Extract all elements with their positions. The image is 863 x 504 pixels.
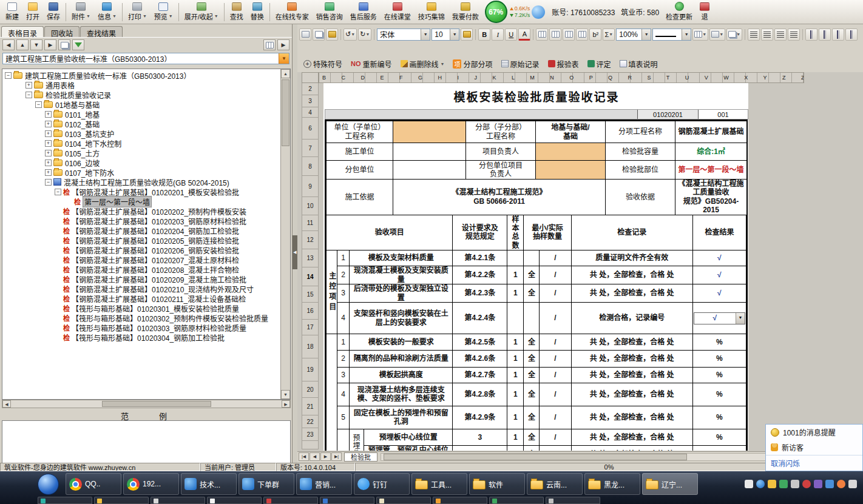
notification-visitor[interactable]: 新访客 [766, 440, 862, 455]
scrollbar-thumb[interactable] [282, 79, 289, 146]
row-headers[interactable]: 2 3 4 6 7 8 9 10 11 12 13 14 15 16 17 18… [302, 83, 319, 449]
row-header[interactable]: 19 [302, 358, 319, 381]
tree-expand-icon[interactable]: + [45, 169, 52, 176]
record-cell[interactable]: 共 处，全部检查，合格 处 [571, 406, 692, 429]
row-header[interactable] [302, 441, 319, 449]
standard-select[interactable]: 建筑工程施工质量验收统一标准（GB50300-2013） ▼ [2, 53, 289, 64]
sample-cell[interactable]: 1 [507, 367, 524, 383]
nav-forward-button[interactable]: ▶ [44, 39, 56, 50]
form-code[interactable]: 01020201 [637, 110, 698, 119]
nav-up-button[interactable]: ▲ [16, 39, 29, 50]
new-button[interactable]: 新建 [2, 1, 22, 24]
result-cell[interactable]: % [692, 383, 746, 406]
form-serial[interactable]: 001 [698, 110, 748, 119]
spec-cell[interactable]: 3 [453, 445, 507, 451]
tree-item[interactable]: +0106_边坡 [2, 158, 280, 167]
sheet-tab[interactable]: 检验批 [344, 452, 377, 462]
after-sale-button[interactable]: 售后服务 [347, 1, 381, 24]
record-cell[interactable]: 共 处，全部检查，合格 处 [571, 429, 692, 445]
align-right-button[interactable] [774, 29, 787, 41]
taskbar-item[interactable] [433, 497, 487, 504]
spec-cell[interactable]: 3 [453, 429, 507, 445]
superscript-button[interactable]: b² [589, 29, 601, 41]
tree-item[interactable]: +0104_地下水控制 [2, 138, 280, 148]
sample-cell[interactable]: 1 [507, 429, 524, 445]
align-left-button[interactable] [748, 29, 760, 41]
spec-cell[interactable]: 第4.2.7条 [453, 367, 507, 383]
align-center-button[interactable] [761, 29, 773, 41]
paste-button[interactable] [299, 29, 311, 41]
ruler-button[interactable] [832, 29, 844, 41]
taskbar-item[interactable] [94, 497, 149, 504]
tree-item[interactable]: 检【筏形与箱形基础】01020302_预制构件模板安装检验批质量 [2, 313, 280, 323]
undo-button[interactable]: ↺▼ [344, 29, 357, 41]
format-painter-button[interactable] [326, 29, 338, 41]
min-cell[interactable]: 全 [524, 284, 540, 303]
tree-item[interactable]: +0105_土方 [2, 148, 280, 158]
taskbar-item[interactable]: 下单群 [239, 473, 294, 495]
row-header[interactable]: 8 [302, 157, 319, 176]
tree-item[interactable]: 检【钢筋混凝土扩展基础】01020209_混凝土施工检验批 [2, 274, 280, 284]
taskbar-item[interactable]: 软件 [469, 473, 525, 495]
min-cell[interactable] [524, 303, 540, 334]
column-headers[interactable]: B C D E F G H I J K L M N O P Q R S T U … [319, 72, 804, 83]
spec-cell[interactable]: 第4.2.3条 [453, 284, 507, 303]
tree-item[interactable]: 检【筏形与箱形基础】01020301_模板安装检验批质量 [2, 303, 280, 313]
taskbar-item[interactable] [320, 497, 374, 504]
borders-button[interactable]: ▼ [692, 29, 708, 41]
tree-item[interactable]: +0101_地基 [2, 109, 280, 119]
tree-collapse-icon[interactable]: − [25, 92, 32, 98]
nav-back-button[interactable]: ◀ [2, 39, 15, 50]
tree-expand-icon[interactable]: + [45, 111, 52, 118]
filter-button[interactable] [72, 39, 84, 50]
sales-consult-button[interactable]: 销售咨询 [313, 1, 347, 24]
panel-splitter[interactable]: ◀ [293, 24, 297, 463]
record-cell[interactable]: 共 处，全部检查，合格 处 [571, 445, 692, 451]
tree-item[interactable]: 检【钢筋混凝土扩展基础】01020205_钢筋连接检验批 [2, 235, 280, 245]
taskbar-item[interactable]: 钉钉 [354, 473, 410, 495]
print-button[interactable]: 打印▼ [124, 1, 151, 24]
tree-expand-icon[interactable]: + [45, 121, 52, 127]
record-cell[interactable]: 共 处，全部检查，合格 处 [571, 350, 692, 367]
tips-button[interactable]: 技巧集锦 [415, 1, 448, 24]
prev-sheet-icon[interactable]: ◀ [310, 452, 320, 461]
tree-item[interactable]: −建筑工程施工质量验收统一标准（GB50300-2013） [2, 70, 280, 80]
tray-icon[interactable] [768, 480, 776, 488]
taskbar-item[interactable] [546, 497, 600, 504]
scroll-up-icon[interactable]: ▲ [281, 69, 290, 78]
actual-cell[interactable]: / [540, 367, 571, 383]
fill-color-button[interactable] [461, 29, 473, 41]
tray-icon[interactable] [837, 480, 845, 488]
construction-unit-cell[interactable] [393, 143, 466, 161]
batch-location-cell[interactable]: 第一层～第一段～墙 [675, 161, 747, 180]
row-header[interactable]: 2 [302, 83, 319, 95]
row-header[interactable]: 7 [302, 139, 319, 157]
expand-collapse-button[interactable]: 展开/收起▼ [181, 1, 222, 24]
tree-expand-icon[interactable]: + [25, 82, 32, 89]
min-cell[interactable]: 全 [524, 383, 540, 406]
row-header[interactable]: 15 [302, 286, 319, 303]
report-form-button[interactable]: 报验表 [545, 58, 582, 70]
min-cell[interactable]: 全 [524, 266, 540, 284]
scrollbar-thumb[interactable] [102, 401, 211, 407]
tree-item[interactable]: −混凝土结构工程施工质量验收规范(GB 50204-2015) [2, 177, 280, 187]
tree-collapse-icon[interactable]: − [35, 101, 42, 108]
actual-cell[interactable]: / [540, 284, 571, 303]
row-header[interactable]: 6 [302, 118, 319, 139]
sample-cell[interactable]: 1 [507, 266, 524, 284]
sample-cell[interactable]: 1 [507, 445, 524, 451]
sample-cell[interactable]: 1 [507, 284, 524, 303]
scrollbar-thumb[interactable] [384, 454, 687, 460]
progress-badge[interactable]: 67% [485, 1, 507, 23]
actual-cell[interactable]: / [540, 266, 571, 284]
actual-cell[interactable]: / [540, 250, 571, 266]
sample-cell[interactable] [507, 250, 524, 266]
line-style-select[interactable]: ▼ [652, 29, 691, 41]
save-button[interactable]: 保存 [43, 1, 64, 24]
result-dropdown[interactable]: √▼ [694, 312, 745, 324]
tree-item[interactable]: +0107_地下防水 [2, 167, 280, 177]
spec-cell[interactable]: 第4.2.5条 [453, 334, 507, 350]
tree-item-selected[interactable]: 检第一层～第一段～墙 [2, 197, 280, 206]
item-cell[interactable]: 预埋管、预留孔中心线位置 [364, 445, 453, 451]
result-cell[interactable]: % [692, 350, 746, 367]
